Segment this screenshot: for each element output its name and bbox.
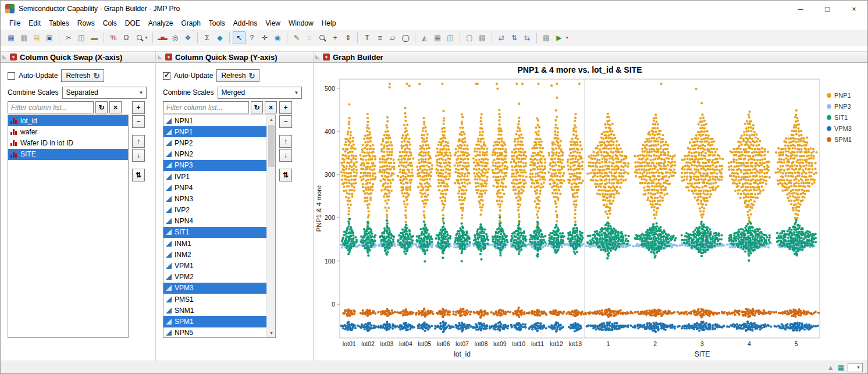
menu-cols[interactable]: Cols <box>99 17 121 29</box>
scrollbar-thumb[interactable] <box>268 125 275 167</box>
status-table-icon[interactable]: ▦ <box>838 364 844 372</box>
row-color-icon[interactable]: ◆ <box>214 31 226 44</box>
column-item-sit1[interactable]: SIT1 <box>163 227 266 238</box>
legend-item-spm1[interactable]: SPM1 <box>827 136 852 143</box>
journal-window-icon[interactable]: ▨ <box>540 31 553 44</box>
help-tool-icon[interactable]: ? <box>246 31 258 44</box>
scroll-down-icon[interactable]: ▼ <box>267 329 276 337</box>
y-list-scrollbar[interactable]: ▲ ▼ <box>266 115 275 337</box>
y-refresh-button[interactable]: Refresh ↻ <box>216 69 259 82</box>
data-explorer-icon[interactable]: ◎ <box>169 31 182 44</box>
column-item-vpm3[interactable]: VPM3 <box>163 283 266 294</box>
disclosure-icon[interactable]: ▼ <box>10 54 17 60</box>
swap-refresh-button[interactable]: ⇅ <box>279 169 292 181</box>
magnifier-tool-icon[interactable] <box>316 31 329 44</box>
grabber-tool-icon[interactable]: ✛ <box>258 31 271 44</box>
annotate-plus-tool-icon[interactable]: + <box>329 31 341 44</box>
filter-refresh-button[interactable]: ↻ <box>95 101 108 113</box>
move-down-button[interactable]: ↓ <box>279 149 292 162</box>
new-script-window-icon[interactable]: ▥ <box>17 31 30 44</box>
cut-icon[interactable]: ✂ <box>62 31 75 44</box>
polygon-annotate-tool-icon[interactable]: ▱ <box>386 31 399 44</box>
chart-svg[interactable]: PNP1 & 4 more vs. lot_id & SITE010020030… <box>314 63 867 362</box>
column-item-pnp1[interactable]: PNP1 <box>163 126 266 137</box>
legend-item-vpm3[interactable]: VPM3 <box>827 125 852 132</box>
minimize-button[interactable]: ─ <box>787 1 814 17</box>
disclosure-icon[interactable]: ▼ <box>323 54 330 60</box>
new-window-icon[interactable]: ▢ <box>463 31 476 44</box>
x-refresh-button[interactable]: Refresh ↻ <box>61 69 104 82</box>
transpose-columns-icon[interactable]: ⇆ <box>521 31 533 44</box>
menu-help[interactable]: Help <box>318 17 340 29</box>
x-axis-label-site[interactable]: SITE <box>695 350 710 358</box>
column-item-ivp2[interactable]: IVP2 <box>163 205 266 216</box>
disclosure-icon[interactable]: ▼ <box>165 54 172 60</box>
menu-analyze[interactable]: Analyze <box>144 17 177 29</box>
status-dropdown[interactable]: ▼ <box>848 363 863 372</box>
save-icon[interactable]: ▣ <box>43 31 56 44</box>
line-annotate-tool-icon[interactable]: ≡ <box>373 31 386 44</box>
scroller-tool-icon[interactable]: ⇕ <box>341 31 354 44</box>
pyramid-tool-icon[interactable]: ◭ <box>418 31 431 44</box>
filter-clear-button[interactable]: × <box>265 101 277 113</box>
layout-window-icon[interactable]: ▧ <box>476 31 489 44</box>
column-item-pnp2[interactable]: PNP2 <box>163 137 266 148</box>
menu-graph[interactable]: Graph <box>177 17 204 29</box>
lock-columns-icon[interactable]: Ω <box>120 31 133 44</box>
brush-tool-icon[interactable]: ✎ <box>290 31 303 44</box>
toolbar-overflow-icon[interactable]: ▾ <box>566 35 568 40</box>
menu-view[interactable]: View <box>261 17 284 29</box>
filter-clear-button[interactable]: × <box>109 101 122 113</box>
column-item-site[interactable]: SITE <box>8 149 128 160</box>
subset-table-icon[interactable]: ◫ <box>444 31 457 44</box>
maximize-button[interactable]: □ <box>814 1 841 17</box>
x-axis-label-lot_id[interactable]: lot_id <box>454 350 471 358</box>
column-item-vpm2[interactable]: VPM2 <box>163 272 266 283</box>
remove-columns-button[interactable]: − <box>279 115 292 128</box>
menu-rows[interactable]: Rows <box>73 17 99 29</box>
distribution-platform-icon[interactable]: ▂▅▃ <box>156 31 169 44</box>
open-data-table-icon[interactable]: ▤ <box>30 31 43 44</box>
filter-refresh-button[interactable]: ↻ <box>251 101 263 113</box>
oval-annotate-tool-icon[interactable]: ◯ <box>399 31 412 44</box>
x-auto-update-checkbox[interactable] <box>8 72 15 80</box>
copy-icon[interactable]: ◫ <box>75 31 88 44</box>
globe-zoom-tool-icon[interactable]: ◉ <box>271 31 284 44</box>
paste-icon[interactable]: ▬ <box>88 31 101 44</box>
status-alert-icon[interactable]: ▲ <box>827 364 834 372</box>
column-item-inm1[interactable]: INM1 <box>163 238 266 249</box>
column-item-pnp4[interactable]: PNP4 <box>163 182 266 193</box>
column-item-npn3[interactable]: NPN3 <box>163 193 266 204</box>
split-columns-icon[interactable]: ⇄ <box>495 31 508 44</box>
legend-item-sit1[interactable]: SIT1 <box>827 114 848 121</box>
arrow-cursor-tool-icon[interactable]: ↖ <box>233 31 246 44</box>
add-columns-button[interactable]: + <box>279 101 292 114</box>
column-item-npn2[interactable]: NPN2 <box>163 149 266 160</box>
plot-frame[interactable] <box>340 79 820 338</box>
menu-window[interactable]: Window <box>284 17 318 29</box>
column-item-npn5[interactable]: NPN5 <box>163 327 266 338</box>
legend-item-pnp1[interactable]: PNP1 <box>827 92 851 99</box>
lasso-tool-icon[interactable]: ◌ <box>303 31 316 44</box>
column-item-pms1[interactable]: PMS1 <box>163 294 266 305</box>
column-item-ivp1[interactable]: IVP1 <box>163 171 266 182</box>
scroll-up-icon[interactable]: ▲ <box>267 115 276 124</box>
x-combine-scales-select[interactable]: Separated ▼ <box>62 87 147 99</box>
move-up-button[interactable]: ↑ <box>279 135 292 148</box>
menu-tables[interactable]: Tables <box>45 17 73 29</box>
column-item-lot-id[interactable]: lot_id <box>8 115 128 126</box>
panel-splitter-icon[interactable] <box>158 55 162 59</box>
column-item-vpm1[interactable]: VPM1 <box>163 260 266 271</box>
column-item-wafer[interactable]: wafer <box>8 126 128 137</box>
menu-file[interactable]: File <box>5 17 24 29</box>
move-down-button[interactable]: ↓ <box>132 149 145 162</box>
search-icon[interactable] <box>133 31 145 44</box>
x-filter-input[interactable] <box>8 101 94 113</box>
swap-refresh-button[interactable]: ⇅ <box>132 169 145 181</box>
run-script-icon[interactable]: ▶ <box>553 31 565 44</box>
column-item-pnp3[interactable]: PNP3 <box>163 160 266 171</box>
menu-tools[interactable]: Tools <box>205 17 229 29</box>
close-button[interactable]: × <box>841 1 867 17</box>
menu-add-ins[interactable]: Add-Ins <box>229 17 261 29</box>
y-combine-scales-select[interactable]: Merged ▼ <box>218 87 302 99</box>
